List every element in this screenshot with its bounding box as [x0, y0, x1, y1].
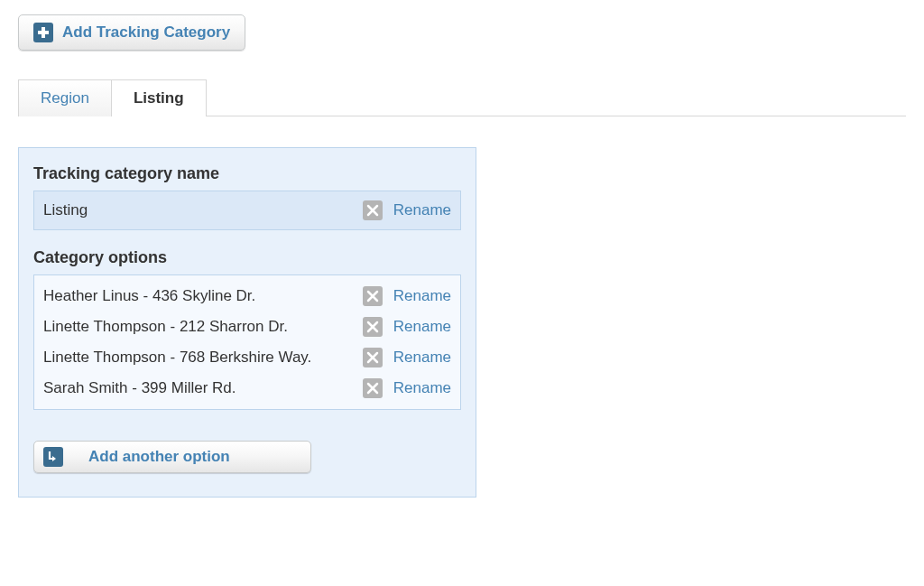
- option-row: Linette Thompson - 768 Berkshire Way. Re…: [43, 342, 455, 373]
- delete-category-button[interactable]: [363, 200, 383, 220]
- delete-option-button[interactable]: [363, 317, 383, 337]
- option-label: Heather Linus - 436 Skyline Dr.: [43, 287, 352, 305]
- x-icon: [366, 204, 379, 217]
- tracking-category-panel: Tracking category name Listing Rename Ca…: [18, 147, 476, 498]
- plus-icon: [33, 23, 53, 42]
- add-tracking-category-label: Add Tracking Category: [62, 23, 230, 42]
- rename-option-link[interactable]: Rename: [393, 287, 455, 305]
- options-heading: Category options: [33, 248, 461, 267]
- option-label: Sarah Smith - 399 Miller Rd.: [43, 379, 352, 397]
- delete-option-button[interactable]: [363, 286, 383, 306]
- rename-option-link[interactable]: Rename: [393, 379, 455, 397]
- x-icon: [366, 351, 379, 364]
- delete-option-button[interactable]: [363, 378, 383, 398]
- delete-option-button[interactable]: [363, 348, 383, 367]
- category-name-row: Listing Rename: [43, 195, 455, 226]
- category-name-heading: Tracking category name: [33, 164, 461, 183]
- rename-option-link[interactable]: Rename: [393, 349, 455, 367]
- category-name-box: Listing Rename: [33, 191, 461, 230]
- add-another-option-label: Add another option: [88, 448, 230, 466]
- option-label: Linette Thompson - 768 Berkshire Way.: [43, 349, 352, 367]
- option-row: Heather Linus - 436 Skyline Dr. Rename: [43, 281, 455, 312]
- add-tracking-category-button[interactable]: Add Tracking Category: [18, 14, 245, 51]
- x-icon: [366, 290, 379, 302]
- tab-listing[interactable]: Listing: [111, 79, 207, 116]
- add-another-option-button[interactable]: Add another option: [33, 441, 311, 473]
- category-name-value: Listing: [43, 201, 352, 219]
- tab-region[interactable]: Region: [18, 79, 112, 116]
- option-row: Linette Thompson - 212 Sharron Dr. Renam…: [43, 312, 455, 342]
- options-box: Heather Linus - 436 Skyline Dr. Rename L…: [33, 274, 461, 410]
- rename-option-link[interactable]: Rename: [393, 318, 455, 336]
- option-row: Sarah Smith - 399 Miller Rd. Rename: [43, 373, 455, 404]
- add-arrow-icon: [43, 447, 63, 467]
- x-icon: [366, 321, 379, 333]
- category-tabs: Region Listing: [18, 79, 906, 116]
- x-icon: [366, 382, 379, 395]
- option-label: Linette Thompson - 212 Sharron Dr.: [43, 318, 352, 336]
- rename-category-link[interactable]: Rename: [393, 201, 455, 219]
